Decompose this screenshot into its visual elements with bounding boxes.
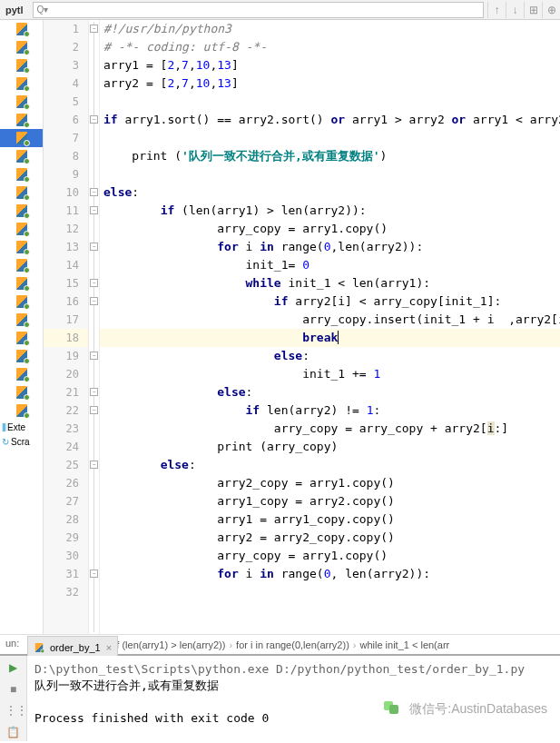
code-line[interactable]: arry1 = [2,7,10,13] — [100, 56, 560, 74]
code-line[interactable]: print ('队列一致不进行合并,或有重复数据') — [100, 147, 560, 165]
line-number[interactable]: 29 — [44, 529, 88, 547]
line-number[interactable]: 27 — [44, 492, 88, 510]
scratches[interactable]: Scra — [0, 434, 43, 449]
external-libraries[interactable]: Exte — [0, 420, 43, 434]
project-file-item[interactable] — [0, 74, 43, 93]
project-file-item[interactable] — [0, 93, 43, 111]
project-file-item[interactable] — [0, 38, 43, 56]
line-number[interactable]: 6 — [44, 111, 88, 129]
project-file-item[interactable] — [0, 147, 43, 165]
code-line[interactable]: if (len(arry1) > len(arry2)): — [100, 202, 560, 220]
line-number[interactable]: 7 — [44, 129, 88, 147]
code-line[interactable]: if len(arry2) != 1: — [100, 401, 560, 420]
line-number[interactable]: 13 — [44, 238, 88, 256]
line-number[interactable]: 11 — [44, 202, 88, 220]
line-number[interactable]: 8 — [44, 147, 88, 165]
code-line[interactable]: break — [100, 329, 560, 347]
line-number[interactable]: 3 — [44, 56, 88, 74]
fold-toggle[interactable]: − — [90, 388, 98, 396]
project-file-item[interactable] — [0, 274, 43, 292]
breadcrumb-item[interactable]: for i in range(0,len(arry2)) — [232, 639, 353, 650]
breadcrumb-item[interactable]: while init_1 < len(arr — [356, 639, 453, 650]
line-number[interactable]: 25 — [44, 456, 88, 474]
close-icon[interactable]: × — [106, 642, 112, 653]
run-tab[interactable]: order_by_1 × — [27, 636, 118, 656]
code-line[interactable]: else: — [100, 347, 560, 365]
line-number[interactable]: 5 — [44, 93, 88, 111]
fold-toggle[interactable]: − — [90, 406, 98, 414]
code-line[interactable]: arry2_copy = arry1.copy() — [100, 474, 560, 492]
code-line[interactable]: arry1 = arry1_copy.copy() — [100, 510, 560, 529]
line-number[interactable]: 23 — [44, 420, 88, 438]
project-file-item[interactable] — [0, 365, 43, 383]
rerun-button[interactable]: ▶ — [5, 661, 22, 678]
line-number[interactable]: 22 — [44, 401, 88, 420]
fold-toggle[interactable]: − — [90, 115, 98, 124]
fold-toggle[interactable]: − — [90, 352, 98, 360]
line-number[interactable]: 16 — [44, 292, 88, 311]
line-number[interactable]: 24 — [44, 438, 88, 456]
line-number[interactable]: 14 — [44, 256, 88, 274]
project-file-item[interactable] — [0, 256, 43, 274]
code-line[interactable]: for i in range(0, len(arry2)): — [100, 565, 560, 583]
project-file-item[interactable] — [0, 347, 43, 365]
line-number[interactable]: 31 — [44, 565, 88, 583]
project-file-item[interactable] — [0, 202, 43, 220]
toolbar-button-4[interactable]: ⊕ — [542, 2, 560, 18]
project-file-item[interactable] — [0, 220, 43, 238]
line-number[interactable]: 19 — [44, 347, 88, 365]
code-line[interactable]: arry2 = [2,7,10,13] — [100, 74, 560, 93]
fold-toggle[interactable]: − — [90, 279, 98, 287]
code-line[interactable]: print (arry_copy) — [100, 438, 560, 456]
line-number[interactable]: 32 — [44, 583, 88, 601]
line-number[interactable]: 20 — [44, 365, 88, 383]
line-number[interactable]: 28 — [44, 510, 88, 529]
code-editor[interactable]: #!/usr/bin/python3# -*- coding: utf-8 -*… — [100, 20, 560, 634]
fold-toggle[interactable]: − — [90, 570, 98, 578]
code-line[interactable]: arry_copy.insert(init_1 + i ,arry2[i]) — [100, 311, 560, 329]
project-file-item[interactable] — [0, 56, 43, 74]
project-file-item[interactable] — [0, 165, 43, 183]
line-number[interactable]: 1 — [44, 20, 88, 38]
project-file-item[interactable] — [0, 329, 43, 347]
search-input[interactable] — [51, 5, 479, 15]
nav-down-button[interactable]: ↓ — [506, 2, 524, 18]
fold-toggle[interactable]: − — [90, 243, 98, 251]
code-line[interactable]: init_1 += 1 — [100, 365, 560, 383]
fold-column[interactable]: −−−−−−−−−−−− — [89, 20, 100, 634]
line-number[interactable]: 15 — [44, 274, 88, 292]
line-number[interactable]: 4 — [44, 74, 88, 93]
project-file-item[interactable] — [0, 183, 43, 202]
code-line[interactable]: #!/usr/bin/python3 — [100, 20, 560, 38]
code-line[interactable]: arry_copy = arry1.copy() — [100, 547, 560, 565]
line-number[interactable]: 10 — [44, 183, 88, 202]
line-number[interactable]: 18 — [44, 329, 88, 347]
code-line[interactable]: arry_copy = arry_copy + arry2[i:] — [100, 420, 560, 438]
fold-toggle[interactable]: − — [90, 461, 98, 469]
code-line[interactable]: while init_1 < len(arry1): — [100, 274, 560, 292]
nav-up-button[interactable]: ↑ — [487, 2, 506, 18]
project-file-item[interactable] — [0, 238, 43, 256]
code-line[interactable]: else: — [100, 183, 560, 202]
code-line[interactable]: arry2 = arry2_copy.copy() — [100, 529, 560, 547]
breadcrumb-item[interactable]: if (len(arry1) > len(arry2)) — [111, 639, 230, 650]
project-file-item[interactable] — [0, 401, 43, 420]
project-file-item[interactable] — [0, 129, 43, 147]
line-number[interactable]: 30 — [44, 547, 88, 565]
code-line[interactable] — [100, 93, 560, 111]
code-line[interactable] — [100, 129, 560, 147]
line-number[interactable]: 9 — [44, 165, 88, 183]
project-file-item[interactable] — [0, 383, 43, 401]
fold-toggle[interactable]: − — [90, 188, 98, 196]
code-line[interactable]: # -*- coding: utf-8 -*- — [100, 38, 560, 56]
code-line[interactable]: arry1_copy = arry2.copy() — [100, 492, 560, 510]
search-field[interactable]: Q▾ — [33, 2, 484, 18]
line-number[interactable]: 21 — [44, 383, 88, 401]
run-more-button[interactable]: 📋 — [5, 726, 22, 742]
code-line[interactable]: init_1= 0 — [100, 256, 560, 274]
project-file-item[interactable] — [0, 20, 43, 38]
code-line[interactable]: if arry1.sort() == arry2.sort() or arry1… — [100, 111, 560, 129]
line-number[interactable]: 2 — [44, 38, 88, 56]
console-output[interactable]: D:\python_test\Scripts\python.exe D:/pyt… — [27, 656, 560, 741]
project-file-item[interactable] — [0, 111, 43, 129]
